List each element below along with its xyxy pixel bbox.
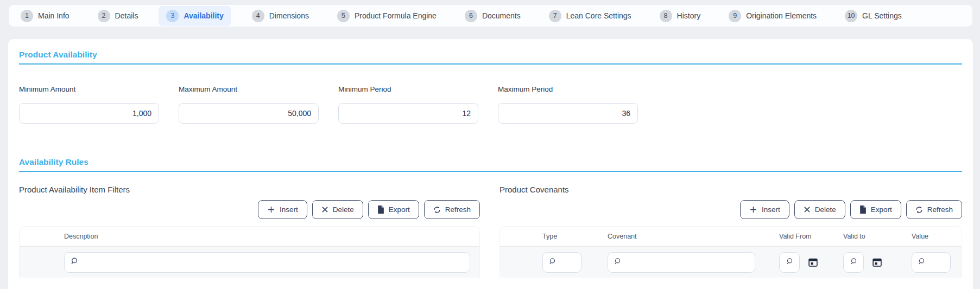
field-label: Maximum Amount (179, 85, 319, 94)
search-icon (70, 257, 78, 267)
refresh-button[interactable]: Refresh (906, 200, 962, 219)
plus-icon (267, 205, 275, 214)
insert-button-label: Insert (762, 205, 780, 214)
refresh-button-label: Refresh (927, 205, 953, 214)
column-header-covenant[interactable]: Covenant (608, 233, 779, 240)
covenants-grid-header: Type Covenant Valid From Valid to Value (500, 227, 962, 247)
covenant-filter-box (608, 252, 755, 273)
refresh-icon (433, 206, 441, 214)
valid-from-date-picker-button[interactable] (808, 257, 818, 267)
column-header-description[interactable]: Description (64, 233, 479, 240)
refresh-button-label: Refresh (445, 205, 471, 214)
tab-number-badge: 6 (465, 10, 477, 22)
tab-documents[interactable]: 6 Documents (457, 6, 528, 26)
tab-number-badge: 2 (98, 10, 110, 22)
maximum-amount-input[interactable] (179, 103, 319, 124)
value-filter-box (912, 252, 951, 273)
tab-number-badge: 5 (337, 10, 350, 22)
search-icon (548, 258, 556, 267)
item-filters-table-panel: Product Availability Item Filters Insert… (19, 185, 480, 285)
covenants-grid-filter-row (500, 247, 962, 278)
export-button-label: Export (871, 205, 892, 214)
tab-origination-elements[interactable]: 9 Origination Elements (721, 6, 824, 26)
valid-from-filter-box[interactable] (779, 252, 800, 273)
tab-main-info[interactable]: 1 Main Info (13, 6, 77, 26)
value-filter-input[interactable] (928, 253, 945, 272)
calendar-icon (808, 261, 818, 269)
tab-availability[interactable]: 3 Availability (159, 6, 231, 26)
tab-gl-settings[interactable]: 10 GL Settings (837, 6, 909, 26)
search-icon (850, 258, 857, 267)
column-header-valid-from[interactable]: Valid From (779, 233, 843, 240)
delete-button-label: Delete (815, 205, 836, 214)
tab-number-badge: 3 (166, 10, 179, 22)
field-maximum-period: Maximum Period (498, 85, 638, 124)
column-header-valid-to[interactable]: Valid to (843, 233, 912, 240)
calendar-icon (872, 261, 882, 269)
field-maximum-amount: Maximum Amount (179, 85, 319, 124)
insert-button[interactable]: Insert (258, 200, 307, 219)
close-icon (804, 206, 811, 213)
plus-icon (749, 205, 757, 214)
description-filter-input[interactable] (81, 253, 464, 272)
covenant-filter-input[interactable] (624, 253, 749, 272)
tab-label: History (677, 11, 701, 20)
insert-button-label: Insert (280, 205, 298, 214)
description-filter-box (64, 252, 470, 273)
tab-number-badge: 1 (21, 10, 33, 22)
column-header-value[interactable]: Value (912, 233, 962, 240)
covenants-toolbar: Insert Delete Export (500, 200, 962, 219)
delete-button-label: Delete (333, 205, 354, 214)
refresh-button[interactable]: Refresh (424, 200, 480, 219)
tab-number-badge: 9 (729, 10, 741, 22)
insert-button[interactable]: Insert (740, 200, 789, 219)
export-button-label: Export (389, 205, 410, 214)
tab-history[interactable]: 8 History (652, 6, 709, 26)
minimum-amount-input[interactable] (19, 103, 159, 124)
section-title-availability-rules: Availability Rules (19, 157, 962, 172)
tab-number-badge: 8 (660, 10, 672, 22)
section-title-product-availability: Product Availability (19, 50, 962, 65)
field-minimum-amount: Minimum Amount (19, 85, 159, 124)
maximum-period-input[interactable] (498, 103, 638, 124)
tab-number-badge: 10 (845, 10, 857, 22)
tab-label: Lean Core Settings (566, 11, 631, 20)
delete-button[interactable]: Delete (312, 200, 363, 219)
tab-label: Main Info (38, 11, 69, 20)
item-filters-grid-filter-row (20, 247, 479, 278)
delete-button[interactable]: Delete (794, 200, 845, 219)
document-icon (859, 205, 867, 214)
valid-to-date-picker-button[interactable] (872, 257, 882, 267)
wizard-tab-bar: 1 Main Info 2 Details 3 Availability 4 D… (8, 4, 973, 27)
item-filters-grid-header: Description (20, 227, 479, 247)
tab-dimensions[interactable]: 4 Dimensions (244, 6, 317, 26)
field-minimum-period: Minimum Period (338, 85, 478, 124)
valid-to-filter-box[interactable] (843, 252, 864, 273)
tab-product-formula-engine[interactable]: 5 Product Formula Engine (330, 6, 444, 26)
type-filter-input[interactable] (559, 253, 576, 272)
export-button[interactable]: Export (850, 200, 901, 219)
availability-panel: Product Availability Minimum Amount Maxi… (8, 39, 973, 289)
field-label: Minimum Amount (19, 85, 159, 94)
minimum-period-input[interactable] (338, 103, 478, 124)
tab-lean-core-settings[interactable]: 7 Lean Core Settings (541, 6, 639, 26)
tab-number-badge: 4 (252, 10, 264, 22)
tab-label: Details (115, 11, 138, 20)
tab-label: Product Formula Engine (355, 11, 437, 20)
tab-label: Availability (184, 11, 223, 20)
tab-label: GL Settings (862, 11, 902, 20)
refresh-icon (915, 206, 923, 214)
export-button[interactable]: Export (368, 200, 419, 219)
covenants-table-panel: Product Covenants Insert Delete (500, 185, 962, 285)
covenants-table-title: Product Covenants (500, 185, 962, 194)
item-filters-table-title: Product Availability Item Filters (19, 185, 480, 194)
tab-label: Documents (482, 11, 521, 20)
column-header-type[interactable]: Type (542, 233, 608, 240)
item-filters-grid: Description (19, 226, 480, 278)
covenants-grid: Type Covenant Valid From Valid to Value (500, 226, 962, 278)
field-label: Minimum Period (338, 85, 478, 94)
tab-label: Origination Elements (746, 11, 817, 20)
search-icon (918, 258, 925, 267)
tab-details[interactable]: 2 Details (90, 6, 146, 26)
document-icon (377, 205, 384, 214)
